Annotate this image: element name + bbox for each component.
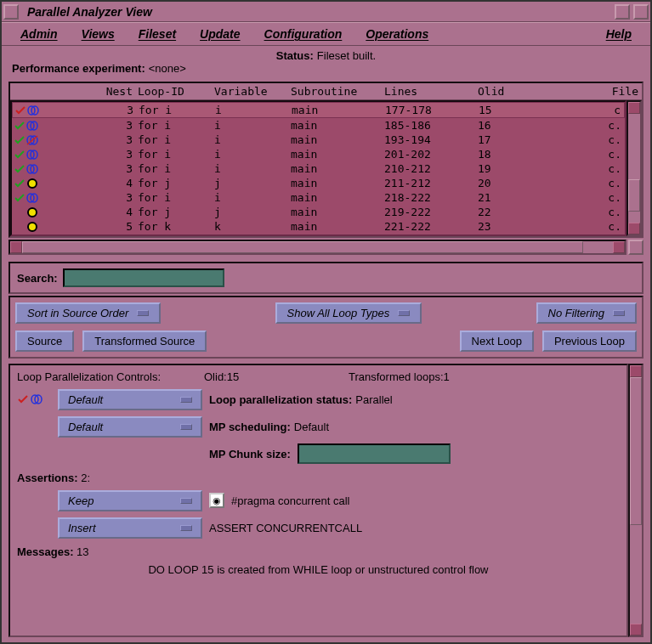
table-row[interactable]: 3for iimain210-21219c.: [12, 161, 625, 176]
cell-lines: 201-202: [384, 148, 478, 161]
cell-loopid: for i: [138, 148, 214, 161]
scroll-left-arrow-icon[interactable]: [10, 241, 22, 253]
row-status-icons: [12, 148, 61, 161]
cell-olid: 18: [478, 148, 546, 161]
table-row[interactable]: 3for iimain201-20218c.: [12, 147, 625, 161]
scheduling-btn-label: Default: [68, 421, 103, 433]
assertion-keep-label: Keep: [68, 494, 94, 507]
loop-table: Nest Loop-ID Variable Subroutine Lines O…: [9, 82, 643, 238]
dropdown-indicator-icon: [613, 310, 625, 316]
scroll-track[interactable]: [630, 377, 642, 624]
hscroll-thumb[interactable]: [22, 241, 583, 253]
menu-update[interactable]: Update: [188, 24, 252, 44]
next-loop-button[interactable]: Next Loop: [460, 330, 534, 352]
table-row[interactable]: 4 for jjmain211-21220c.: [12, 176, 625, 190]
cell-olid: 16: [478, 119, 546, 132]
cell-subroutine: main: [291, 206, 384, 218]
scroll-thumb[interactable]: [630, 377, 642, 525]
table-row[interactable]: 4 for jjmain219-22222c.: [12, 205, 625, 219]
dropdown-indicator-icon: [180, 424, 192, 430]
menu-views[interactable]: Views: [70, 24, 127, 44]
menu-admin[interactable]: Admin: [9, 24, 70, 44]
cell-nest: 3: [61, 148, 138, 161]
cell-nest: 3: [61, 133, 138, 146]
scroll-right-arrow-icon[interactable]: [613, 241, 625, 253]
dropdown-indicator-icon: [180, 397, 192, 403]
col-olid: Olid: [478, 85, 546, 98]
cell-file: c.: [546, 133, 625, 146]
menu-configuration[interactable]: Configuration: [252, 24, 354, 44]
loop-olid: Olid:15: [204, 370, 349, 383]
scroll-up-arrow-icon[interactable]: [630, 365, 642, 377]
scroll-corner-button[interactable]: [628, 240, 643, 255]
cell-lines: 185-186: [384, 119, 478, 132]
previous-loop-button[interactable]: Previous Loop: [542, 330, 637, 352]
assertion-keep-dropdown[interactable]: Keep: [58, 490, 202, 511]
assertion-info-icon[interactable]: ◉: [209, 493, 224, 508]
col-subroutine: Subroutine: [291, 85, 384, 98]
assertion-insert-dropdown[interactable]: Insert: [58, 517, 202, 539]
cell-subroutine: main: [292, 104, 385, 116]
cell-file: c: [547, 104, 624, 116]
col-lines: Lines: [384, 85, 478, 98]
dropdown-indicator-icon: [137, 310, 149, 316]
transformed-source-button[interactable]: Transformed Source: [82, 330, 207, 352]
chunk-size-input[interactable]: [298, 443, 451, 464]
cell-nest: 3: [61, 119, 138, 132]
check-green-icon: [14, 150, 26, 160]
menu-help[interactable]: Help: [594, 24, 643, 44]
panel-vscrollbar[interactable]: [628, 364, 643, 637]
search-input[interactable]: [63, 268, 224, 287]
cell-olid: 21: [478, 191, 546, 204]
table-hscrollbar[interactable]: [9, 240, 626, 255]
minimize-button[interactable]: [615, 4, 630, 20]
col-variable: Variable: [214, 85, 291, 98]
table-row[interactable]: 3for iimain185-18616c.: [12, 118, 625, 133]
rings-blue-icon: [26, 121, 38, 131]
cell-olid: 22: [478, 206, 546, 218]
cell-olid: 19: [478, 162, 546, 175]
cell-file: c.: [546, 177, 625, 189]
sort-order-dropdown[interactable]: Sort in Source Order: [15, 302, 161, 324]
filtering-dropdown[interactable]: No Filtering: [536, 302, 637, 324]
scroll-up-arrow-icon[interactable]: [628, 102, 640, 114]
scroll-down-arrow-icon[interactable]: [630, 624, 642, 636]
source-button[interactable]: Source: [15, 330, 74, 352]
cell-loopid: for k: [138, 220, 214, 233]
sort-order-label: Sort in Source Order: [27, 307, 128, 319]
maximize-button[interactable]: [633, 4, 649, 20]
cell-olid: 15: [479, 104, 547, 116]
parallelization-status-value: Parallel: [355, 393, 392, 406]
cell-variable: i: [214, 162, 291, 175]
scroll-track[interactable]: [628, 114, 640, 223]
scroll-down-arrow-icon[interactable]: [628, 223, 640, 234]
svg-point-15: [28, 223, 37, 231]
parallelization-status-dropdown[interactable]: Default: [58, 389, 202, 410]
cell-nest: 4: [61, 177, 138, 189]
cell-olid: 20: [478, 177, 546, 189]
cell-olid: 23: [478, 220, 546, 233]
col-nest: Nest: [61, 85, 138, 98]
menu-fileset[interactable]: Fileset: [127, 24, 188, 44]
table-row[interactable]: 3for iimain177-17815c: [12, 102, 625, 118]
table-row[interactable]: 5 for kkmain221-22223c.: [12, 219, 625, 234]
ring-yellow-icon: [26, 222, 38, 232]
cell-subroutine: main: [291, 191, 384, 204]
hscroll-track[interactable]: [22, 241, 613, 253]
message-text: DO LOOP 15 is created from WHILE loop or…: [17, 563, 620, 576]
ring-yellow-icon: [26, 207, 38, 217]
status-label: Status:: [276, 49, 314, 62]
table-vscrollbar[interactable]: [626, 100, 642, 236]
menu-operations[interactable]: Operations: [354, 24, 440, 44]
search-label: Search:: [17, 272, 58, 285]
window-menu-button[interactable]: [3, 4, 19, 20]
cell-subroutine: main: [291, 133, 384, 146]
scheduling-dropdown[interactable]: Default: [58, 416, 202, 438]
scroll-thumb[interactable]: [628, 179, 640, 212]
table-row[interactable]: 3for iimain193-19417c.: [12, 133, 625, 147]
table-row[interactable]: 3for iimain218-22221c.: [12, 190, 625, 205]
loop-types-dropdown[interactable]: Show All Loop Types: [275, 302, 422, 324]
cell-variable: k: [214, 220, 291, 233]
loop-table-body[interactable]: 3for iimain177-17815c3for iimain185-1861…: [10, 100, 626, 236]
loop-controls-title: Loop Parallelization Controls:: [17, 370, 204, 383]
